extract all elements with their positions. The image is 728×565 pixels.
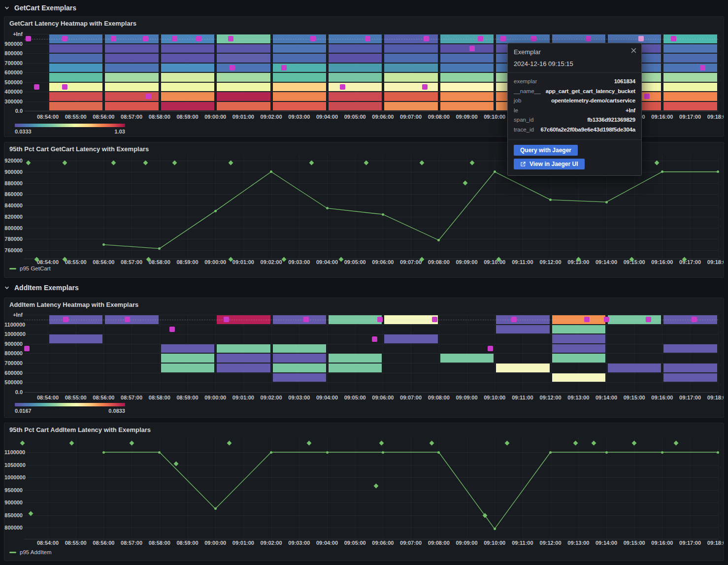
x-tick-label: 09:10:00 bbox=[484, 395, 505, 400]
y-tick-label: 600000 bbox=[4, 69, 23, 75]
exemplar-marker[interactable] bbox=[377, 317, 383, 322]
exemplar-marker[interactable] bbox=[372, 336, 377, 342]
x-tick-label: 09:15:00 bbox=[624, 395, 645, 400]
exemplar-marker[interactable] bbox=[365, 36, 370, 41]
heatmap-plot: +Inf110000010000009000008000007000006000… bbox=[4, 298, 724, 417]
tooltip-field-value: fb1336d921369829 bbox=[587, 115, 635, 125]
exemplar-marker[interactable] bbox=[24, 346, 30, 351]
gridline bbox=[718, 34, 719, 111]
heatmap-cell bbox=[49, 83, 102, 92]
heatmap-cell bbox=[105, 44, 158, 53]
y-tick-label: 500000 bbox=[4, 379, 23, 385]
heatmap-cell bbox=[663, 83, 717, 92]
exemplar-marker[interactable] bbox=[146, 94, 151, 99]
heatmap-cell bbox=[105, 54, 158, 63]
exemplar-marker[interactable] bbox=[62, 84, 67, 90]
exemplar-marker[interactable] bbox=[644, 94, 650, 99]
data-point bbox=[549, 451, 552, 454]
exemplar-marker[interactable] bbox=[230, 65, 235, 70]
color-scale-min: 0.0333 bbox=[15, 129, 32, 134]
exemplar-marker[interactable] bbox=[228, 36, 233, 41]
x-tick-label: 09:08:00 bbox=[428, 114, 450, 120]
data-point bbox=[102, 243, 105, 246]
exemplar-marker[interactable] bbox=[511, 317, 517, 322]
gridline bbox=[327, 315, 328, 392]
exemplar-marker[interactable] bbox=[125, 317, 130, 322]
y-tick-label: 1100000 bbox=[4, 322, 23, 328]
panel-title[interactable]: AddItem Latency Heatmap with Exemplars bbox=[9, 301, 138, 308]
exemplar-marker[interactable] bbox=[500, 36, 506, 41]
gridline bbox=[718, 315, 719, 392]
view-in-jaeger-button[interactable]: View in Jaeger UI bbox=[514, 159, 585, 169]
heatmap-cell bbox=[329, 83, 382, 92]
heatmap-cell bbox=[440, 54, 494, 63]
heatmap-cell bbox=[329, 64, 382, 72]
exemplar-marker[interactable] bbox=[111, 36, 116, 41]
exemplar-marker[interactable] bbox=[488, 346, 493, 351]
exemplar-marker[interactable] bbox=[143, 36, 148, 41]
heatmap-cell bbox=[161, 54, 214, 63]
heatmap-cell bbox=[440, 92, 494, 101]
heatmap-cell bbox=[552, 354, 605, 363]
tooltip-field-row: span_idfb1336d921369829 bbox=[514, 115, 635, 125]
heatmap-cell bbox=[663, 64, 717, 72]
close-icon[interactable] bbox=[631, 48, 636, 53]
x-tick-label: 09:05:00 bbox=[344, 395, 366, 400]
legend[interactable]: p95 GetCart bbox=[9, 266, 51, 271]
heatmap-cell bbox=[329, 102, 382, 111]
exemplar-marker[interactable] bbox=[584, 317, 590, 322]
y-tick-label: 400000 bbox=[4, 89, 23, 95]
panel-title[interactable]: 95th Pct Cart GetCart Latency with Exemp… bbox=[9, 145, 149, 153]
exemplar-marker[interactable] bbox=[586, 36, 591, 41]
exemplar-marker[interactable] bbox=[62, 36, 67, 41]
data-point bbox=[605, 451, 608, 454]
exemplar-marker[interactable] bbox=[604, 317, 609, 322]
exemplar-marker[interactable] bbox=[169, 327, 175, 332]
section-header-additem[interactable]: AddItem Exemplars bbox=[4, 282, 79, 294]
exemplar-marker[interactable] bbox=[424, 36, 429, 41]
exemplar-marker[interactable] bbox=[34, 84, 39, 90]
x-tick-label: 09:01:00 bbox=[232, 395, 254, 400]
exemplar-marker[interactable] bbox=[700, 65, 705, 70]
exemplar-marker[interactable] bbox=[340, 84, 345, 90]
query-with-jaeger-button[interactable]: Query with Jaeger bbox=[514, 145, 578, 156]
exemplar-marker[interactable] bbox=[281, 65, 287, 70]
exemplar-marker[interactable] bbox=[26, 36, 31, 41]
exemplar-marker[interactable] bbox=[63, 317, 68, 322]
exemplar-marker[interactable] bbox=[469, 46, 475, 51]
exemplar-marker[interactable] bbox=[671, 36, 676, 41]
tooltip-field-value: 67c60fa2e2f0ba9e6e43d198f5de304a bbox=[541, 125, 635, 135]
exemplar-marker[interactable] bbox=[432, 317, 437, 322]
y-tick-label: +Inf bbox=[4, 312, 23, 318]
exemplar-marker[interactable] bbox=[692, 317, 697, 322]
legend[interactable]: p95 AddItem bbox=[9, 549, 52, 555]
exemplar-marker[interactable] bbox=[531, 36, 536, 41]
gridline bbox=[103, 315, 104, 392]
panel-title[interactable]: 95th Pct Cart AddItem Latency with Exemp… bbox=[9, 426, 151, 433]
exemplar-marker[interactable] bbox=[172, 36, 177, 41]
heatmap-cell bbox=[440, 44, 494, 53]
panel-title[interactable]: GetCart Latency Heatmap with Exemplars bbox=[9, 20, 136, 27]
exemplar-marker[interactable] bbox=[196, 36, 201, 41]
exemplar-marker[interactable] bbox=[303, 317, 309, 322]
exemplar-marker[interactable] bbox=[646, 317, 651, 322]
x-tick-label: 09:00:00 bbox=[204, 114, 226, 120]
grafana-dashboard: GetCart Exemplars GetCart Latency Heatma… bbox=[0, 0, 728, 565]
heatmap-cell bbox=[663, 44, 717, 53]
exemplar-marker[interactable] bbox=[224, 317, 229, 322]
exemplar-marker[interactable] bbox=[422, 84, 428, 90]
tooltip-field-label: job bbox=[514, 96, 521, 106]
chevron-down-icon bbox=[4, 285, 10, 291]
tooltip-field-label: __name__ bbox=[514, 87, 540, 97]
heatmap-cell bbox=[273, 102, 326, 111]
exemplar-marker-hovered[interactable] bbox=[638, 36, 644, 41]
section-header-getcart[interactable]: GetCart Exemplars bbox=[4, 2, 76, 14]
legend-series-label: p95 GetCart bbox=[20, 266, 51, 271]
tooltip-fields: exemplar1061834__name__app_cart_get_cart… bbox=[514, 77, 635, 134]
heatmap-cell bbox=[273, 73, 326, 82]
x-tick-label: 09:06:00 bbox=[372, 395, 394, 400]
exemplar-marker[interactable] bbox=[310, 36, 316, 41]
data-point bbox=[214, 507, 217, 510]
exemplar-marker[interactable] bbox=[478, 36, 483, 41]
gridline bbox=[662, 34, 662, 111]
